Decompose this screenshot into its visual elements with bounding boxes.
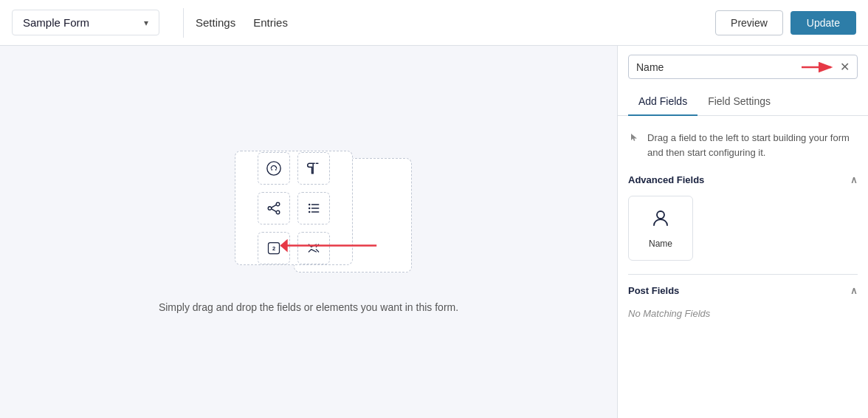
no-fields-text: No Matching Fields xyxy=(628,308,710,319)
section-advanced-fields: Advanced Fields ∧ xyxy=(628,174,858,185)
nav-settings[interactable]: Settings xyxy=(196,16,235,29)
icon-cell-hubspot xyxy=(258,192,290,225)
svg-point-4 xyxy=(268,206,272,210)
svg-point-9 xyxy=(309,203,311,205)
svg-point-5 xyxy=(276,210,280,214)
chevron-up-icon[interactable]: ∧ xyxy=(850,174,858,185)
header-nav: Settings Entries xyxy=(196,16,288,29)
chevron-up-post-icon[interactable]: ∧ xyxy=(850,285,858,296)
form-card-front: 2 xyxy=(235,151,353,265)
right-panel: ✕ Add Fields Field Settings Drag a field… xyxy=(617,46,868,418)
icon-cell-mailchimp xyxy=(258,152,290,185)
field-item-name[interactable]: Name xyxy=(628,196,693,261)
svg-point-18 xyxy=(657,211,664,219)
tab-field-settings[interactable]: Field Settings xyxy=(698,88,781,116)
svg-point-1 xyxy=(271,168,272,170)
search-bar: ✕ xyxy=(628,55,858,79)
icon-cell-list xyxy=(297,192,330,225)
fields-grid-advanced: Name xyxy=(628,196,858,261)
section-divider xyxy=(628,274,858,275)
field-item-name-label: Name xyxy=(649,239,672,249)
panel-tabs: Add Fields Field Settings xyxy=(618,88,868,116)
header-divider xyxy=(183,8,184,38)
icon-cell-paragraph xyxy=(297,152,330,185)
icon-grid: 2 xyxy=(258,152,330,264)
section-advanced-fields-label: Advanced Fields xyxy=(628,174,704,185)
nav-entries[interactable]: Entries xyxy=(253,16,288,29)
tab-add-fields[interactable]: Add Fields xyxy=(628,88,698,116)
svg-point-10 xyxy=(309,207,311,209)
svg-point-0 xyxy=(267,161,280,174)
svg-point-3 xyxy=(276,202,280,206)
no-matching-fields: No Matching Fields xyxy=(628,306,858,320)
form-selector-label: Sample Form xyxy=(23,16,89,29)
canvas-area: 2 Simply drag and drop the fields or ele… xyxy=(0,46,617,418)
icon-cell-stripe xyxy=(297,232,330,264)
name-field-icon xyxy=(650,208,671,233)
canvas-placeholder-text: Simply drag and drop the fields or eleme… xyxy=(159,301,458,313)
svg-text:2: 2 xyxy=(272,245,275,252)
header: Sample Form ▾ Settings Entries Preview U… xyxy=(0,0,868,46)
drag-hint-text: Drag a field to the left to start buildi… xyxy=(647,131,858,160)
close-icon[interactable]: ✕ xyxy=(840,60,850,74)
canvas-illustration: 2 xyxy=(205,151,412,284)
chevron-down-icon: ▾ xyxy=(144,18,148,28)
icon-cell-number: 2 xyxy=(258,232,290,264)
section-post-fields-label: Post Fields xyxy=(628,285,679,296)
update-button[interactable]: Update xyxy=(790,11,856,35)
section-post-fields: Post Fields ∧ xyxy=(628,285,858,296)
search-input[interactable] xyxy=(636,61,800,73)
main-layout: 2 Simply drag and drop the fields or ele… xyxy=(0,46,868,418)
svg-point-11 xyxy=(309,210,311,213)
preview-button[interactable]: Preview xyxy=(715,10,783,35)
drag-hint: Drag a field to the left to start buildi… xyxy=(628,125,858,171)
panel-content: Drag a field to the left to start buildi… xyxy=(618,116,868,418)
search-arrow-indicator xyxy=(800,61,837,74)
svg-point-2 xyxy=(275,168,277,170)
form-selector[interactable]: Sample Form ▾ xyxy=(12,10,159,35)
cursor-icon xyxy=(628,132,640,150)
